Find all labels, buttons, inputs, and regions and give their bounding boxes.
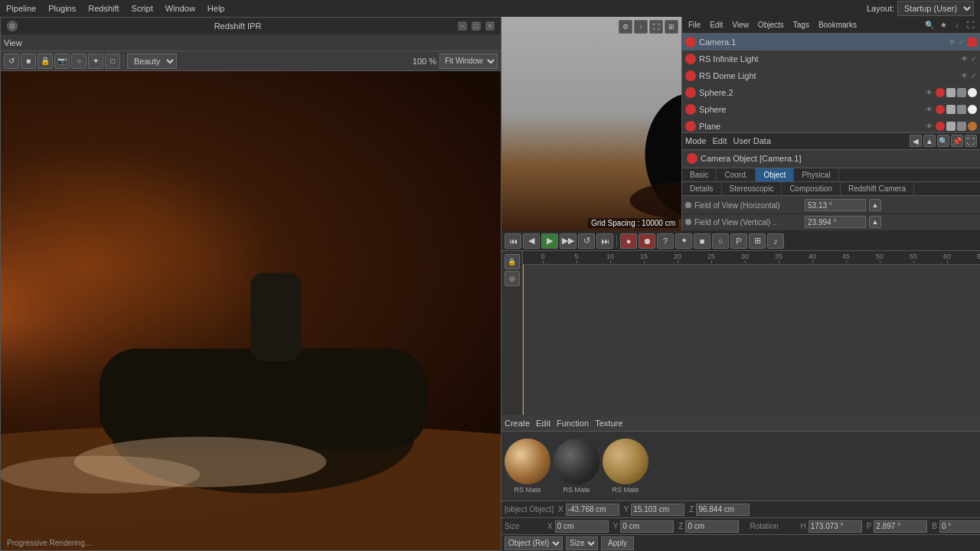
mat-ball-3[interactable]	[603, 439, 648, 484]
mat-ball-1[interactable]	[505, 439, 550, 484]
menu-window[interactable]: Window	[165, 4, 195, 13]
pb-goto-start[interactable]: ⏮	[505, 233, 521, 249]
pb-goto-end[interactable]: ⏭	[596, 233, 613, 249]
pos-z-input[interactable]	[696, 504, 750, 516]
om-expand-btn[interactable]: ⛶	[965, 19, 977, 31]
vp-btn-2[interactable]: ↑	[634, 20, 648, 34]
vp-btn-1[interactable]: ⚙	[619, 20, 632, 34]
pb-record2[interactable]: ⏺	[639, 233, 655, 249]
menu-pipeline[interactable]: Pipeline	[6, 4, 36, 13]
mat-function[interactable]: Function	[557, 419, 589, 428]
om-item-sphere2[interactable]: Sphere.2 👁	[682, 84, 980, 101]
pb-p[interactable]: P	[730, 233, 747, 249]
pb-note[interactable]: ♪	[767, 233, 784, 249]
om-item-infinite-light[interactable]: RS Infinite Light 👁 ✓	[682, 51, 980, 67]
close-button[interactable]: ×	[485, 21, 495, 31]
lock-button[interactable]: 🔒	[38, 54, 53, 69]
om-view[interactable]: View	[729, 21, 752, 29]
attr-mode[interactable]: Mode	[685, 136, 707, 145]
stop-button[interactable]: ■	[21, 54, 36, 69]
fov-h-input[interactable]	[805, 199, 866, 211]
tab-basic[interactable]: Basic	[682, 168, 717, 181]
maximize-button[interactable]: □	[472, 21, 481, 31]
apply-button[interactable]: Apply	[601, 536, 634, 550]
rot-h-input[interactable]	[808, 520, 862, 533]
tab-stereo[interactable]: Stereoscopic	[722, 182, 782, 195]
pb-next-frame[interactable]: ▶▶	[560, 233, 577, 249]
pb-loop[interactable]: ↺	[578, 233, 595, 249]
rot-b-input[interactable]	[939, 520, 980, 533]
size-mode-select[interactable]: Size	[566, 536, 598, 550]
mat-texture[interactable]: Texture	[595, 419, 622, 428]
menu-plugins[interactable]: Plugins	[48, 4, 76, 13]
om-file[interactable]: File	[685, 21, 704, 29]
om-star-btn[interactable]: ★	[937, 19, 949, 31]
attr-nav-up[interactable]: ▲	[923, 135, 936, 147]
fov-v-input[interactable]	[805, 216, 866, 228]
pb-square[interactable]: ■	[694, 233, 710, 249]
tab-redshift-camera[interactable]: Redshift Camera	[841, 182, 914, 195]
attr-edit[interactable]: Edit	[713, 136, 727, 145]
pb-question[interactable]: ?	[657, 233, 674, 249]
om-item-sphere[interactable]: Sphere 👁	[682, 101, 980, 118]
attr-nav-search[interactable]: 🔍	[937, 135, 949, 147]
vp-btn-3[interactable]: ⛶	[649, 20, 663, 34]
vp-btn-4[interactable]: ⊞	[665, 20, 678, 34]
om-search-btn[interactable]: 🔍	[923, 19, 936, 31]
tab-coord[interactable]: Coord.	[717, 168, 756, 181]
mat-ball-2[interactable]	[554, 439, 599, 484]
pb-record[interactable]: ●	[620, 233, 637, 249]
win-action-buttons[interactable]: − □ ×	[458, 21, 495, 31]
attr-nav-pin[interactable]: 📌	[951, 135, 963, 147]
pb-plus[interactable]: ✦	[675, 233, 692, 249]
star-button[interactable]: ✦	[88, 54, 103, 69]
om-objects[interactable]: Objects	[755, 21, 787, 29]
size-z-input[interactable]	[685, 520, 739, 533]
minimize-button[interactable]: −	[458, 21, 467, 31]
mat-item-1[interactable]: RS Mate	[505, 439, 550, 494]
fov-h-spinner-up[interactable]: ▲	[869, 199, 881, 211]
tab-details[interactable]: Details	[682, 182, 722, 195]
tl-side-btn1[interactable]: 🔒	[505, 254, 520, 269]
fov-v-spinner-up[interactable]: ▲	[869, 216, 881, 228]
pos-x-input[interactable]	[566, 504, 619, 516]
obj-mode-select[interactable]: Object (Rel)	[505, 536, 563, 550]
om-item-plane[interactable]: Plane 👁	[682, 118, 980, 132]
om-item-camera[interactable]: Camera.1 👁 ✓	[682, 34, 980, 51]
pos-y-input[interactable]	[631, 504, 684, 516]
pb-circle[interactable]: ○	[712, 233, 729, 249]
fit-selector[interactable]: Fit Window	[439, 54, 498, 69]
circle-button[interactable]: ○	[71, 54, 87, 69]
menu-script[interactable]: Script	[132, 4, 153, 13]
menu-help[interactable]: Help	[207, 4, 225, 13]
attr-nav-prev[interactable]: ◀	[910, 135, 922, 147]
viewport[interactable]: ⚙ ↑ ⛶ ⊞ Grid Spacing : 10000 cm	[501, 17, 681, 231]
om-edit[interactable]: Edit	[707, 21, 726, 29]
pb-prev-frame[interactable]: ◀	[523, 233, 540, 249]
tab-physical[interactable]: Physical	[794, 168, 838, 181]
refresh-button[interactable]: ↺	[4, 54, 19, 69]
om-bookmarks[interactable]: Bookmarks	[815, 21, 860, 29]
rot-p-input[interactable]	[874, 520, 927, 533]
pb-grid[interactable]: ⊞	[749, 233, 766, 249]
mat-create[interactable]: Create	[505, 419, 530, 428]
tl-side-btn2[interactable]: ◎	[505, 271, 520, 286]
beauty-selector[interactable]: Beauty	[127, 54, 177, 69]
menu-redshift[interactable]: Redshift	[88, 4, 119, 13]
tab-object[interactable]: Object	[756, 168, 794, 181]
mat-item-3[interactable]: RS Mate	[603, 439, 648, 494]
om-item-dome-light[interactable]: RS Dome Light 👁 ✓	[682, 67, 980, 84]
timeline-tracks[interactable]	[523, 265, 980, 415]
snapshot-button[interactable]: 📷	[54, 54, 70, 69]
attr-user-data[interactable]: User Data	[733, 136, 772, 145]
playhead[interactable]	[523, 265, 524, 415]
size-x-input[interactable]	[555, 520, 609, 533]
om-tags[interactable]: Tags	[790, 21, 812, 29]
mat-item-2[interactable]: RS Mate	[554, 439, 599, 494]
square-button[interactable]: □	[105, 54, 120, 69]
pb-play[interactable]: ▶	[541, 233, 558, 249]
layout-dropdown[interactable]: Startup (User)	[897, 1, 974, 16]
om-arrow-btn[interactable]: ↓	[951, 19, 963, 31]
attr-nav-expand[interactable]: ⛶	[965, 135, 977, 147]
size-y-input[interactable]	[620, 520, 674, 533]
